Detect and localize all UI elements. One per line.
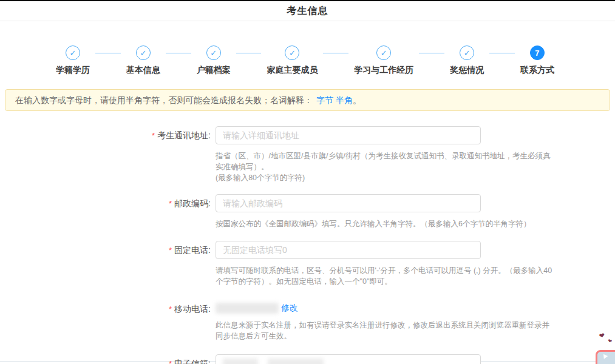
step-huji-dangan[interactable]: ✓ 户籍档案	[197, 46, 231, 76]
step-xuexi-gongzuo[interactable]: ✓ 学习与工作经历	[354, 46, 413, 76]
step-label: 基本信息	[126, 65, 160, 76]
email-masked-value	[223, 359, 258, 364]
step-connector-line	[419, 53, 444, 53]
required-asterisk: *	[169, 199, 172, 208]
address-input[interactable]	[216, 126, 481, 144]
halfwidth-warning-banner: 在输入数字或字母时，请使用半角字符，否则可能会造成报名失败；名词解释：字节 半角…	[5, 89, 610, 111]
email-masked-value	[268, 359, 324, 364]
address-row: *考生通讯地址: 指省（区、市）/地市区盟/县市旗/乡镇/街村（为考生接收复试通…	[0, 126, 615, 194]
step-connector-line	[95, 53, 121, 53]
step-number-badge: 7	[530, 46, 545, 60]
landline-help: 请填写可随时联系的电话，区号、分机号可以用'-'分开，多个电话可以用逗号 (,)…	[216, 265, 552, 287]
email-row: *电子信箱:	[0, 354, 615, 364]
address-label: *考生通讯地址:	[0, 126, 211, 194]
mobile-help: 此信息来源于实名注册，如有误请登录实名注册进行修改，修改后退出系统且关闭浏览器重…	[216, 320, 552, 342]
step-label: 户籍档案	[197, 65, 231, 76]
mobile-number-masked-value	[216, 303, 279, 314]
check-circle-icon: ✓	[376, 46, 391, 60]
step-jiben-xinxi[interactable]: ✓ 基本信息	[126, 46, 160, 76]
step-connector-line	[323, 53, 348, 53]
page-title: 考生信息	[287, 5, 328, 18]
mobile-row: *移动电话: 修改 此信息来源于实名注册，如有误请登录实名注册进行修改，修改后退…	[0, 300, 615, 354]
landline-row: *固定电话: 请填写可随时联系的电话，区号、分机号可以用'-'分开，多个电话可以…	[0, 241, 615, 300]
step-connector-line	[236, 53, 262, 53]
step-connector-line	[166, 53, 191, 53]
email-label: *电子信箱:	[0, 354, 211, 364]
landline-input[interactable]	[216, 241, 481, 259]
check-circle-icon: ✓	[136, 46, 151, 60]
required-asterisk: *	[169, 359, 172, 364]
required-asterisk: *	[169, 246, 172, 255]
postcode-help: 按国家公布的《全国邮政编码》填写。只允许输入半角字符。（最多输入6个字节的半角字…	[216, 218, 552, 229]
required-asterisk: *	[152, 131, 155, 140]
postcode-input[interactable]	[216, 194, 481, 212]
step-label: 家庭主要成员	[267, 65, 318, 76]
step-jiating-chengyuan[interactable]: ✓ 家庭主要成员	[267, 46, 318, 76]
step-xueji-xueli[interactable]: ✓ 学籍学历	[56, 46, 90, 76]
notice-text: 在输入数字或字母时，请使用半角字符，否则可能会造成报名失败；名词解释：	[15, 95, 313, 105]
postcode-row: *邮政编码: 按国家公布的《全国邮政编码》填写。只允许输入半角字符。（最多输入6…	[0, 194, 615, 241]
contact-info-form: *考生通讯地址: 指省（区、市）/地市区盟/县市旗/乡镇/街村（为考生接收复试通…	[0, 126, 615, 364]
check-circle-icon: ✓	[206, 46, 221, 60]
page-header: 考生信息	[0, 1, 615, 21]
step-jiangcheng-qingkuang[interactable]: ✓ 奖惩情况	[450, 46, 484, 76]
address-help: 指省（区、市）/地市区盟/县市旗/乡镇/街村（为考生接收复试通知书、录取通知书地…	[216, 150, 552, 183]
check-circle-icon: ✓	[66, 46, 80, 60]
required-asterisk: *	[169, 305, 172, 314]
postcode-label: *邮政编码:	[0, 194, 211, 241]
notice-period: 。	[353, 95, 361, 105]
link-byte-definition[interactable]: 字节	[316, 95, 333, 105]
step-label: 学籍学历	[56, 65, 90, 76]
mobile-modify-link[interactable]: 修改	[281, 303, 298, 314]
step-lianxi-fangshi-current[interactable]: 7 联系方式	[520, 46, 554, 76]
check-circle-icon: ✓	[285, 46, 299, 60]
step-label: 联系方式	[520, 65, 554, 76]
step-connector-line	[489, 53, 515, 53]
step-label: 奖惩情况	[450, 65, 484, 76]
check-circle-icon: ✓	[460, 46, 474, 60]
landline-label: *固定电话:	[0, 241, 211, 300]
step-label: 学习与工作经历	[354, 65, 413, 76]
link-halfwidth-definition[interactable]: 半角	[336, 95, 353, 105]
step-progress-bar: ✓ 学籍学历 ✓ 基本信息 ✓ 户籍档案 ✓ 家庭主要成员 ✓ 学习与工作经历 …	[56, 46, 554, 76]
mobile-label: *移动电话:	[0, 300, 211, 354]
